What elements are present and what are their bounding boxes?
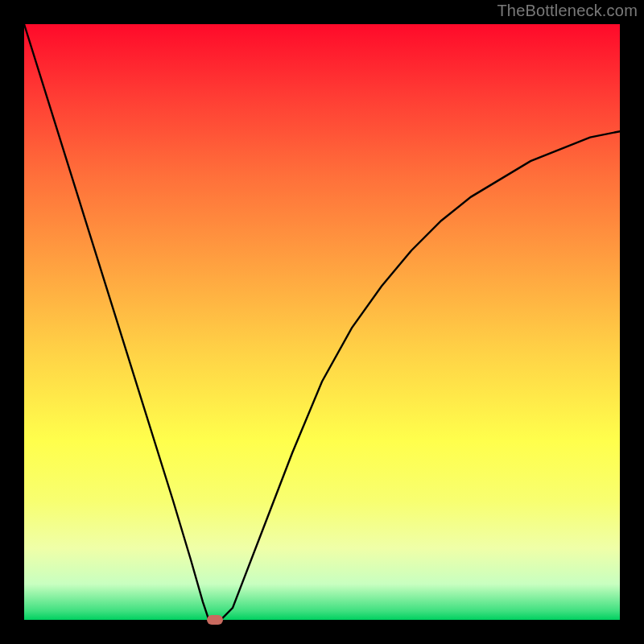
chart-frame: TheBottleneck.com xyxy=(0,0,644,644)
bottleneck-curve xyxy=(24,24,620,620)
watermark-text: TheBottleneck.com xyxy=(497,2,638,20)
optimal-marker xyxy=(207,615,223,625)
